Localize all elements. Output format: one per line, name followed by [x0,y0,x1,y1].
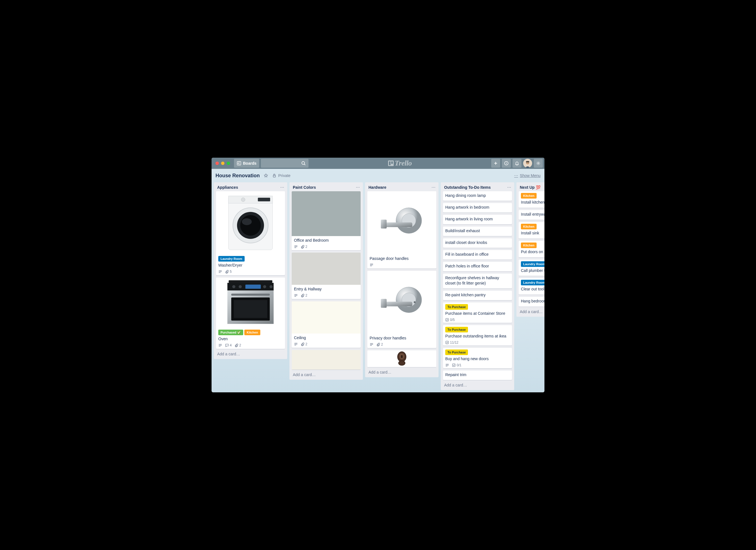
card[interactable]: Laundry RoomClear out tools [519,278,544,294]
topbar: Boards Trello [212,158,544,169]
list-title[interactable]: Next Up 💯 [520,185,541,190]
list-title[interactable]: Hardware [368,185,386,190]
star-button[interactable] [264,173,268,178]
card-title: Hang artwork in living room [445,217,510,222]
card[interactable]: KitchenInstall sink [519,222,544,239]
svg-rect-7 [391,161,393,164]
description-badge [294,342,298,346]
card-badges: 0/1 [445,363,510,367]
card[interactable]: Repaint trim [443,370,512,380]
card-badges: 42 [218,343,283,347]
visibility-button[interactable]: Private [272,173,291,178]
card[interactable]: Patch holes in office floor [443,262,512,272]
card-label[interactable]: Laundry Room [521,280,544,285]
card[interactable]: install closet door knobs [443,238,512,248]
card-label[interactable]: To Purchase [445,304,468,310]
board-canvas[interactable]: Appliances ⋯ Laundry RoomWasher/Dryer5 P… [212,182,544,392]
card-label[interactable]: To Purchase [445,349,468,355]
boards-icon [237,161,241,166]
card-label[interactable]: Kitchen [521,243,537,248]
add-card-button[interactable]: Add a card… [365,368,439,377]
svg-point-26 [240,215,261,236]
card[interactable]: Hang bedroom [519,297,544,306]
card-body: KitchenInstall sink [519,222,544,239]
card-label[interactable]: Kitchen [521,193,537,199]
user-avatar[interactable] [523,159,532,168]
card-title: Clear out tools [521,286,544,292]
card-body: install closet door knobs [443,238,512,248]
card-title: Entry & Hallway [294,286,358,292]
description-badge [370,342,374,346]
list-title[interactable]: Appliances [217,185,238,190]
add-card-button[interactable]: Add a card… [289,370,363,380]
card-title: Hang dining room lamp [445,193,510,198]
card[interactable]: Ceiling2 [292,301,361,348]
list-title[interactable]: Outstanding To-Do Items [444,185,491,190]
maximize-window-icon[interactable] [227,162,230,165]
card-label[interactable]: To Purchase [445,327,468,332]
description-badge [294,245,298,249]
list-title[interactable]: Paint Colors [293,185,316,190]
card[interactable]: Purchased ✅KitchenOven42 [216,277,285,349]
card[interactable] [367,350,436,367]
card[interactable]: Laundry RoomWasher/Dryer5 [216,191,285,275]
list-menu-button[interactable]: ⋯ [507,185,511,190]
list-menu-button[interactable]: ⋯ [432,185,436,190]
card-title: Hang bedroom [521,298,544,304]
card-body: Laundry RoomCall plumber to ups [519,260,544,276]
minimize-window-icon[interactable] [221,162,224,165]
card[interactable]: Re-paint kitchen pantry [443,291,512,300]
card-title: Washer/Dryer [218,263,283,268]
card-title: Reconfigure shelves in hallway closet (t… [445,275,510,286]
svg-rect-71 [401,355,403,358]
show-menu-button[interactable]: ⋯ Show Menu [514,173,541,178]
info-button[interactable] [502,159,511,168]
card[interactable]: Reconfigure shelves in hallway closet (t… [443,274,512,288]
card[interactable]: Office and Bedroom2 [292,191,361,251]
card[interactable]: Build/install exhaust [443,227,512,236]
search-input[interactable] [261,159,309,168]
card[interactable]: To PurchaseBuy and hang new doors0/1 [443,348,512,368]
svg-point-37 [270,285,273,288]
card-label[interactable]: Kitchen [244,329,260,335]
list-menu-button[interactable]: ⋯ [356,185,360,190]
card[interactable]: Passage door handles [367,191,436,269]
close-window-icon[interactable] [215,162,219,165]
add-card-button[interactable]: Add a card… [214,349,287,359]
card-cover-color [292,191,361,236]
card-badges: 2 [370,342,434,346]
card-body: Reconfigure shelves in hallway closet (t… [443,274,512,288]
card[interactable]: Hang dining room lamp [443,191,512,201]
boards-button[interactable]: Boards [234,159,259,168]
card[interactable]: Laundry RoomCall plumber to ups [519,260,544,276]
card[interactable]: Privacy door handles2 [367,271,436,348]
create-button[interactable] [491,159,500,168]
card-label[interactable]: Purchased ✅ [218,329,243,335]
card[interactable]: Fill in baseboard in office [443,250,512,260]
card-label[interactable]: Kitchen [521,224,537,229]
card-label[interactable]: Laundry Room [521,261,544,267]
settings-button[interactable] [534,159,543,168]
notifications-button[interactable] [512,159,521,168]
card[interactable]: Hang artwork in living room [443,215,512,224]
add-card-button[interactable]: Add a card… [516,307,544,317]
list-menu-button[interactable]: ⋯ [280,185,284,190]
svg-rect-19 [273,175,275,177]
card-label[interactable]: Laundry Room [218,256,245,262]
card-labels: Purchased ✅Kitchen [218,329,283,335]
card-cover-color [292,350,361,370]
card-title: Put doors on s [521,249,544,255]
card[interactable]: KitchenInstall kitchen [519,191,544,208]
card[interactable]: Install entrywa [519,210,544,220]
board-title[interactable]: House Renovation [215,173,260,179]
card[interactable]: To PurchasePurchase items at Container S… [443,302,512,323]
card[interactable]: To PurchasePurchase outstanding items at… [443,325,512,345]
card-body: KitchenInstall kitchen [519,191,544,208]
card[interactable]: KitchenPut doors on s [519,241,544,258]
card[interactable]: Hang artwork in bedroom [443,203,512,213]
card[interactable]: Entry & Hallway2 [292,253,361,299]
card[interactable] [292,350,361,370]
add-card-button[interactable]: Add a card… [441,380,514,390]
svg-point-12 [506,162,507,163]
card-title: Install sink [521,231,544,236]
